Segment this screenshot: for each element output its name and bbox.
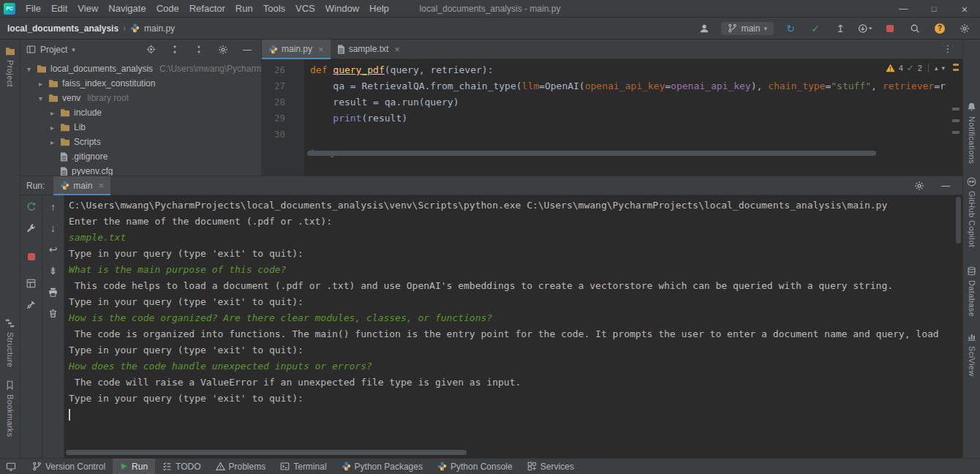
more-icon[interactable]: … — [946, 44, 956, 55]
next-issue-icon[interactable]: ▾ — [941, 64, 945, 72]
code-area[interactable]: def query_pdf(query, retriever): qa = Re… — [304, 59, 962, 176]
tool-button-run[interactable]: Run — [113, 459, 155, 474]
console-v-scrollbar[interactable] — [956, 197, 961, 244]
settings-icon[interactable] — [215, 42, 231, 57]
minimize-icon[interactable]: — — [888, 0, 919, 18]
project-panel-title[interactable]: Project — [40, 45, 67, 55]
push-icon[interactable]: ↥ — [832, 21, 848, 36]
settings-icon[interactable] — [957, 21, 973, 36]
expand-all-icon[interactable] — [167, 42, 183, 57]
close-icon[interactable]: × — [98, 180, 104, 191]
user-icon[interactable] — [696, 21, 712, 36]
strip-item-structure[interactable]: Structure — [5, 318, 15, 367]
inspections-widget[interactable]: 4 ✓ 2 ▴ ▾ — [886, 63, 945, 73]
strip-item-sciview[interactable]: SciView — [967, 332, 976, 377]
strip-item-project[interactable]: Project — [5, 47, 15, 87]
locate-icon[interactable] — [143, 42, 159, 57]
branch-widget[interactable]: main ▾ — [721, 22, 774, 35]
menu-tools[interactable]: Tools — [258, 0, 290, 17]
tree-item-faiss-index-constitution[interactable]: ▸faiss_index_constitution — [20, 76, 261, 91]
strip-item-database[interactable]: Database — [967, 266, 976, 317]
breadcrumb-file[interactable]: main.py — [144, 23, 175, 34]
menu-file[interactable]: File — [20, 0, 46, 17]
prev-issue-icon[interactable]: ▴ — [935, 64, 938, 72]
strip-item-notifications[interactable]: Notifications — [967, 102, 976, 164]
menu-window[interactable]: Window — [320, 0, 364, 17]
editor-tabs-options[interactable]: … — [946, 40, 962, 59]
run-icon[interactable] — [857, 21, 873, 36]
code-token — [310, 113, 333, 124]
pin-icon[interactable] — [23, 297, 39, 312]
tree-item-gitignore[interactable]: .gitignore — [20, 149, 261, 164]
chevron-expanded-icon[interactable]: ▾ — [25, 65, 33, 73]
settings-icon[interactable] — [911, 178, 927, 193]
menu-vcs[interactable]: VCS — [290, 0, 320, 17]
restore-layout-icon[interactable] — [23, 276, 39, 290]
commit-icon[interactable]: ✓ — [807, 21, 823, 36]
update-project-icon[interactable]: ↻ — [783, 21, 799, 36]
scroll-to-end-icon[interactable]: ⇟ — [45, 263, 61, 278]
editor-tab-sample-txt[interactable]: sample.txt× — [331, 40, 407, 59]
console-line: Type in your query (type 'exit' to quit)… — [69, 294, 962, 310]
tool-button-problems[interactable]: Problems — [208, 459, 274, 474]
tool-button-todo[interactable]: TODO — [155, 459, 208, 474]
chevron-expanded-icon[interactable]: ▾ — [37, 94, 45, 102]
maximize-icon[interactable]: □ — [919, 0, 949, 18]
tree-item-include[interactable]: ▸include — [20, 105, 261, 120]
close-icon[interactable]: × — [318, 44, 324, 55]
menu-help[interactable]: Help — [364, 0, 394, 17]
down-stack-icon[interactable]: ↓ — [45, 221, 61, 236]
tool-button-services[interactable]: Services — [520, 459, 581, 474]
help-icon[interactable]: ? — [932, 21, 948, 36]
tool-window-switcher-icon[interactable] — [1, 462, 20, 471]
gutter-line: 28 — [262, 94, 304, 110]
edit-config-icon[interactable] — [23, 221, 39, 236]
hide-icon[interactable]: — — [938, 178, 954, 193]
close-icon[interactable]: × — [394, 44, 400, 55]
close-icon[interactable]: × — [949, 0, 980, 18]
editor-tab-main-py[interactable]: main.py× — [262, 40, 331, 59]
strip-item-bookmarks[interactable]: Bookmarks — [6, 380, 15, 437]
chevron-collapsed-icon[interactable]: ▸ — [48, 124, 56, 132]
chevron-down-icon[interactable]: ▾ — [72, 46, 75, 53]
hide-icon[interactable]: — — [239, 42, 255, 57]
stop-icon[interactable] — [23, 249, 39, 264]
search-icon[interactable] — [907, 21, 923, 36]
print-icon[interactable] — [45, 285, 61, 299]
tree-item-venv[interactable]: ▾venvlibrary root — [20, 91, 261, 105]
collapse-all-icon[interactable] — [191, 42, 207, 57]
run-tab-main[interactable]: main × — [53, 176, 110, 195]
chevron-collapsed-icon[interactable]: ▸ — [48, 109, 56, 117]
console-h-scrollbar[interactable] — [66, 450, 467, 455]
tree-item-lib[interactable]: ▸Lib — [20, 120, 261, 135]
tool-button-python-console[interactable]: Python Console — [430, 459, 520, 474]
menu-code[interactable]: Code — [151, 0, 184, 17]
tree-item-pyvenv-cfg[interactable]: pyvenv.cfg — [20, 164, 261, 176]
console-output[interactable]: C:\Users\mwang\PycharmProjects\local_doc… — [64, 195, 962, 458]
chevron-collapsed-icon[interactable]: ▸ — [48, 138, 56, 146]
breadcrumb-project[interactable]: local_documents_analysis — [7, 23, 118, 34]
tool-button-python-packages[interactable]: Python Packages — [334, 459, 430, 474]
tool-button-terminal[interactable]: Terminal — [273, 459, 333, 474]
menu-run[interactable]: Run — [230, 0, 258, 17]
tool-button-version-control[interactable]: Version Control — [25, 459, 113, 474]
menu-navigate[interactable]: Navigate — [103, 0, 151, 17]
editor-h-scrollbar[interactable] — [307, 151, 876, 156]
strip-item-label: Bookmarks — [6, 394, 15, 437]
up-stack-icon[interactable]: ↑ — [45, 200, 61, 214]
menu-view[interactable]: View — [72, 0, 103, 17]
tool-button-label: Problems — [229, 462, 266, 472]
clear-all-icon[interactable] — [45, 306, 61, 320]
rerun-icon[interactable] — [23, 200, 39, 214]
strip-item-github-copilot[interactable]: GitHub Copilot — [967, 177, 976, 247]
tree-item-local-documents-analysis[interactable]: ▾local_documents_analysisC:\Users\mwang\… — [20, 61, 261, 76]
tree-item-scripts[interactable]: ▸Scripts — [20, 135, 261, 149]
soft-wrap-icon[interactable]: ↩ — [45, 242, 61, 257]
folder-icon — [60, 108, 70, 117]
chevron-collapsed-icon[interactable]: ▸ — [37, 80, 45, 88]
menu-edit[interactable]: Edit — [46, 0, 72, 17]
menu-refactor[interactable]: Refactor — [184, 0, 230, 17]
stop-icon[interactable] — [882, 21, 898, 36]
tree-item-label: Scripts — [74, 137, 101, 147]
project-view-icon — [26, 45, 36, 54]
